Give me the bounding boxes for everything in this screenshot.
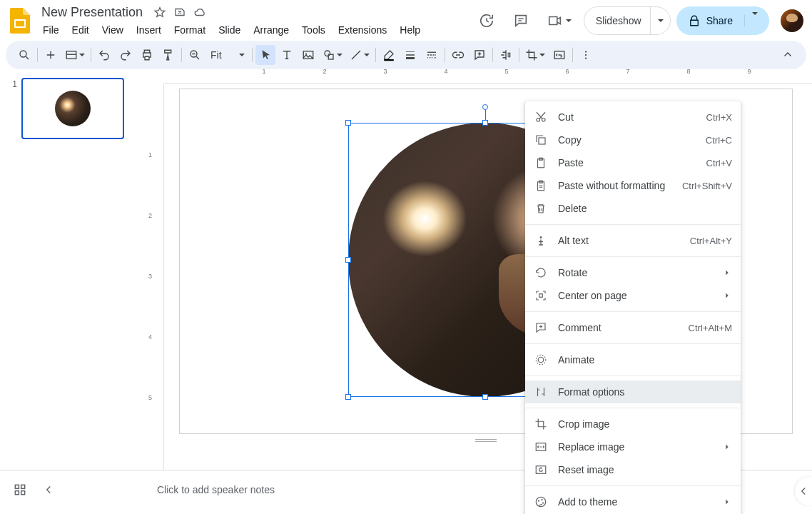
ctx-theme[interactable]: Add to theme: [525, 490, 741, 513]
slide-thumb-1[interactable]: 1: [6, 78, 137, 139]
menubar: File Edit View Insert Format Slide Arran…: [37, 22, 472, 38]
slide-number: 1: [6, 78, 17, 139]
history-icon[interactable]: [472, 6, 501, 35]
paste-icon: [534, 156, 548, 170]
zoom-select[interactable]: Fit: [206, 49, 249, 61]
ctx-paste-no-fmt[interactable]: Paste without formattingCtrl+Shift+V: [525, 174, 741, 197]
ctx-copy[interactable]: CopyCtrl+C: [525, 128, 741, 151]
svg-point-12: [585, 54, 587, 56]
shape-icon[interactable]: [320, 45, 345, 65]
cut-icon: [534, 110, 548, 124]
border-dash-icon[interactable]: [422, 45, 442, 65]
share-button[interactable]: Share: [676, 6, 769, 35]
new-slide-icon[interactable]: [41, 45, 61, 65]
ctx-paste[interactable]: PasteCtrl+V: [525, 151, 741, 174]
menu-extensions[interactable]: Extensions: [333, 22, 392, 38]
search-icon[interactable]: [14, 45, 34, 65]
ctx-delete[interactable]: Delete: [525, 197, 741, 220]
chevron-right-icon: [722, 291, 732, 301]
slideshow-button[interactable]: Slideshow: [584, 6, 671, 35]
svg-rect-33: [15, 490, 19, 494]
add-comment-icon[interactable]: [470, 45, 489, 65]
menu-tools[interactable]: Tools: [296, 22, 331, 38]
border-color-icon[interactable]: [379, 45, 399, 65]
paint-format-icon[interactable]: [158, 45, 178, 65]
ctx-rotate[interactable]: Rotate: [525, 261, 741, 284]
grid-view-icon[interactable]: [11, 481, 29, 498]
doc-title[interactable]: New Presentation: [37, 4, 147, 21]
select-tool-icon[interactable]: [255, 45, 275, 65]
svg-rect-31: [15, 485, 19, 488]
ctx-crop[interactable]: Crop image: [525, 413, 741, 435]
menu-file[interactable]: File: [37, 22, 65, 38]
ctx-center[interactable]: Center on page: [525, 284, 741, 307]
svg-point-21: [540, 236, 542, 238]
menu-edit[interactable]: Edit: [66, 22, 95, 38]
move-icon[interactable]: [173, 5, 187, 19]
menu-help[interactable]: Help: [394, 22, 426, 38]
menu-insert[interactable]: Insert: [131, 22, 167, 38]
textbox-icon[interactable]: [277, 45, 297, 65]
crop-icon: [534, 417, 548, 431]
speaker-notes[interactable]: Click to add speaker notes: [57, 484, 275, 495]
comment-icon: [534, 321, 548, 335]
cloud-icon[interactable]: [193, 5, 207, 19]
line-icon[interactable]: [347, 45, 372, 65]
image-icon[interactable]: [298, 45, 318, 65]
mask-icon[interactable]: [496, 45, 516, 65]
link-icon[interactable]: [448, 45, 468, 65]
collapse-icon[interactable]: [778, 45, 798, 65]
copy-icon: [534, 133, 548, 147]
theme-icon: [534, 495, 548, 509]
context-menu: CutCtrl+XCopyCtrl+CPasteCtrl+VPaste with…: [525, 101, 741, 514]
ctx-alt-text[interactable]: Alt textCtrl+Alt+Y: [525, 229, 741, 252]
svg-point-28: [538, 500, 539, 501]
ctx-replace[interactable]: Replace image: [525, 435, 741, 458]
border-width-icon[interactable]: [400, 45, 420, 65]
svg-rect-16: [539, 138, 545, 144]
print-icon[interactable]: [137, 45, 157, 65]
meet-icon[interactable]: [541, 6, 578, 35]
ctx-reset[interactable]: Reset image: [525, 458, 741, 481]
app-logo[interactable]: [6, 6, 34, 35]
svg-point-24: [536, 355, 546, 365]
menu-format[interactable]: Format: [168, 22, 211, 38]
reset-image-icon[interactable]: [549, 45, 569, 65]
resize-handle-sw[interactable]: [345, 394, 351, 400]
resize-handle-n[interactable]: [482, 120, 488, 126]
svg-rect-22: [539, 294, 543, 298]
zoom-icon[interactable]: [185, 45, 205, 65]
slide-panel: 1: [0, 69, 143, 470]
crop-icon[interactable]: [522, 45, 548, 65]
rotate-handle[interactable]: [482, 104, 488, 110]
layout-icon[interactable]: [62, 45, 88, 65]
menu-arrange[interactable]: Arrange: [248, 22, 295, 38]
redo-icon[interactable]: [116, 45, 136, 65]
more-icon[interactable]: [576, 45, 596, 65]
undo-icon[interactable]: [94, 45, 114, 65]
page-handle[interactable]: [475, 439, 497, 442]
svg-rect-1: [16, 21, 24, 26]
svg-point-14: [537, 119, 540, 122]
ctx-cut[interactable]: CutCtrl+X: [525, 106, 741, 128]
ctx-format-opts[interactable]: Format options: [525, 381, 741, 403]
header-actions: Slideshow Share: [472, 6, 803, 35]
resize-handle-s[interactable]: [482, 394, 488, 400]
ctx-comment[interactable]: CommentCtrl+Alt+M: [525, 316, 741, 339]
resize-handle-w[interactable]: [345, 257, 351, 263]
resize-handle-nw[interactable]: [345, 120, 351, 126]
comments-icon[interactable]: [507, 6, 535, 35]
header: New Presentation File Edit View Insert F…: [0, 0, 812, 41]
slideshow-caret-icon[interactable]: [650, 6, 670, 35]
rotate-icon: [534, 266, 548, 280]
star-icon[interactable]: [153, 5, 167, 19]
menu-view[interactable]: View: [96, 22, 129, 38]
menu-slide[interactable]: Slide: [213, 22, 246, 38]
ctx-animate[interactable]: Animate: [525, 348, 741, 371]
avatar[interactable]: [781, 9, 803, 32]
center-icon: [534, 288, 548, 303]
share-caret-icon[interactable]: [744, 15, 758, 26]
svg-point-2: [20, 51, 26, 57]
svg-rect-32: [21, 485, 25, 488]
prev-slide-icon[interactable]: [40, 481, 57, 498]
